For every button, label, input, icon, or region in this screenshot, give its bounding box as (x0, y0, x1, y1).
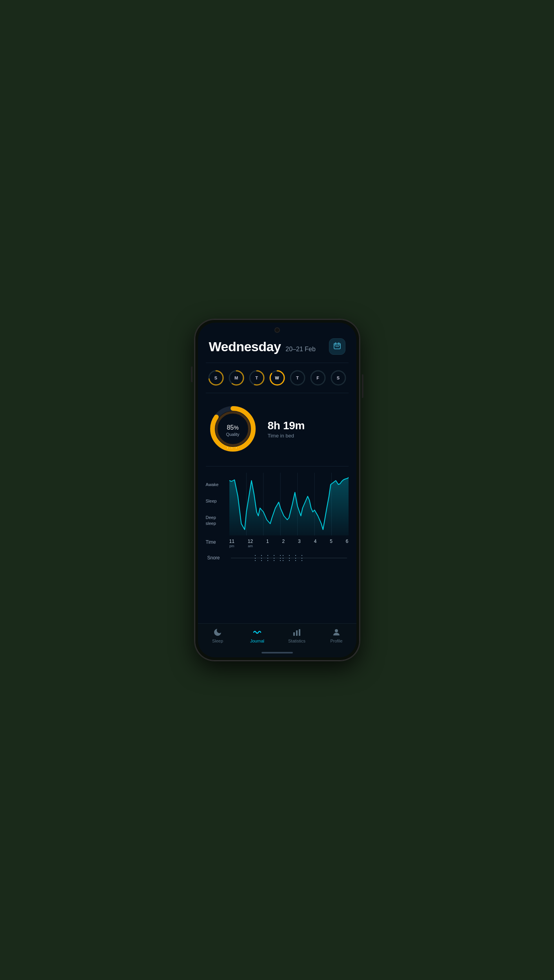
snore-row: Snore ⋮⋮⋮⋮⋮ ⋮⋮⋮⋮ (207, 555, 347, 568)
day-letter: T (296, 376, 299, 380)
nav-item-statistics[interactable]: Statistics (277, 628, 317, 643)
day-ring: M (228, 369, 245, 387)
phone-frame: Wednesday 20–21 Feb (195, 319, 360, 661)
main-scroll[interactable]: Wednesday 20–21 Feb (198, 323, 356, 623)
snore-label: Snore (207, 555, 231, 561)
quality-section: 85% Quality 8h 19m Time in bed (207, 399, 347, 458)
quality-label: Quality (226, 432, 239, 437)
time-tick-0: 11pm (229, 539, 234, 548)
chart-area (229, 473, 349, 535)
volume-button (191, 367, 193, 382)
snore-baseline: ⋮⋮⋮⋮⋮ ⋮⋮⋮⋮ (231, 558, 347, 558)
time-ticks: 11pm12am123456 (229, 539, 349, 548)
donut-chart: 85% Quality (207, 403, 258, 454)
time-tick-1: 12am (248, 539, 253, 548)
power-button (362, 374, 363, 398)
calendar-button[interactable] (329, 338, 345, 355)
svg-rect-4 (336, 346, 336, 347)
nav-icon-journal (252, 628, 262, 637)
calendar-icon (333, 342, 341, 352)
svg-rect-29 (299, 629, 300, 636)
y-label-deep: Deepsleep (206, 515, 229, 526)
home-bar (262, 652, 293, 653)
nav-item-profile[interactable]: Profile (317, 628, 356, 643)
sleep-stats: 8h 19m Time in bed (268, 419, 347, 439)
nav-label-statistics: Statistics (288, 639, 305, 643)
nav-icon-statistics (292, 628, 302, 637)
divider-mid (206, 393, 349, 393)
quality-percent: 85% (226, 421, 239, 431)
day-letter: F (316, 376, 319, 380)
snore-line: ⋮⋮⋮⋮⋮ ⋮⋮⋮⋮ (231, 558, 347, 558)
header-day: Wednesday (209, 339, 281, 354)
svg-rect-6 (338, 346, 339, 347)
time-row: Time 11pm12am123456 (206, 539, 349, 550)
divider-chart (206, 466, 349, 466)
sleep-duration: 8h 19m (268, 419, 347, 432)
day-ring: S (207, 369, 225, 387)
day-pill-t-2[interactable]: T (248, 369, 265, 387)
nav-label-journal: Journal (250, 639, 264, 643)
bottom-nav: Sleep Journal Statistics Profile (198, 623, 356, 650)
day-letter: S (337, 376, 340, 380)
day-letter: W (275, 376, 279, 380)
y-labels: Awake Sleep Deepsleep (206, 473, 229, 535)
snore-blob-2: ⋮⋮⋮⋮ (280, 554, 305, 562)
nav-item-sleep[interactable]: Sleep (198, 628, 238, 643)
day-letter: M (234, 376, 238, 380)
chart-container: Awake Sleep Deepsleep (206, 473, 349, 535)
day-pill-s-6[interactable]: S (330, 369, 347, 387)
day-pill-s-0[interactable]: S (207, 369, 225, 387)
camera (274, 327, 280, 333)
day-letter: T (255, 376, 258, 380)
day-ring: T (248, 369, 265, 387)
home-indicator (198, 650, 356, 657)
header-date: 20–21 Feb (285, 346, 316, 353)
y-label-awake: Awake (206, 482, 229, 487)
time-tick-2: 1 (266, 539, 269, 548)
nav-label-profile: Profile (330, 639, 342, 643)
donut-center: 85% Quality (226, 421, 239, 437)
svg-rect-5 (337, 346, 338, 347)
nav-icon-profile (332, 628, 341, 637)
nav-label-sleep: Sleep (212, 639, 223, 643)
day-pill-t-4[interactable]: T (289, 369, 306, 387)
snore-blob-1: ⋮⋮⋮⋮⋮ (252, 554, 283, 562)
nav-icon-sleep (213, 628, 222, 637)
y-label-sleep: Sleep (206, 499, 229, 504)
day-ring: T (289, 369, 306, 387)
days-row: S M T W (207, 369, 347, 387)
divider-top (206, 363, 349, 363)
header: Wednesday 20–21 Feb (207, 338, 347, 355)
phone-screen: Wednesday 20–21 Feb (198, 323, 356, 657)
day-ring: S (330, 369, 347, 387)
day-pill-w-3[interactable]: W (269, 369, 286, 387)
time-row-label: Time (206, 539, 229, 545)
time-tick-5: 4 (314, 539, 317, 548)
day-ring: F (309, 369, 327, 387)
day-pill-m-1[interactable]: M (228, 369, 245, 387)
svg-rect-27 (293, 632, 295, 636)
header-title-group: Wednesday 20–21 Feb (209, 339, 316, 354)
chart-section: Awake Sleep Deepsleep (206, 473, 349, 550)
day-pill-f-5[interactable]: F (309, 369, 327, 387)
day-ring: W (269, 369, 286, 387)
time-tick-7: 6 (346, 539, 349, 548)
time-tick-4: 3 (298, 539, 301, 548)
svg-rect-28 (296, 630, 298, 636)
svg-point-30 (335, 629, 338, 632)
nav-item-journal[interactable]: Journal (238, 628, 277, 643)
time-tick-3: 2 (282, 539, 285, 548)
sleep-sublabel: Time in bed (268, 433, 347, 439)
time-tick-6: 5 (330, 539, 332, 548)
day-letter: S (214, 376, 217, 380)
